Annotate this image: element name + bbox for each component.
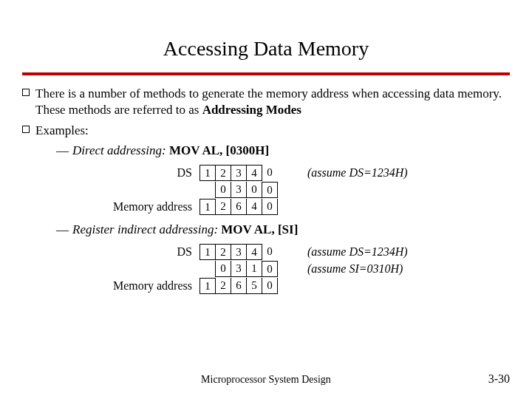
cell: 2: [215, 199, 231, 215]
cell: 1: [200, 199, 216, 215]
cell: [200, 261, 216, 277]
cell: 4: [246, 199, 262, 215]
cell: 0: [262, 278, 278, 294]
cell: 6: [231, 278, 247, 294]
cell: 0: [262, 261, 278, 277]
term-addressing-modes: Addressing Modes: [202, 103, 301, 117]
footer-text: Microprocessor System Design: [0, 374, 532, 386]
cell: 1: [200, 244, 216, 260]
cell: 0: [262, 244, 278, 260]
cell: 3: [231, 244, 247, 260]
cell: 2: [215, 244, 231, 260]
slide-title: Accessing Data Memory: [22, 0, 510, 68]
cell: 0: [262, 182, 278, 198]
cell: 1: [200, 278, 216, 294]
cell: 5: [246, 278, 262, 294]
cell: 4: [246, 244, 262, 260]
assume-ds: (assume DS=1234H): [307, 166, 408, 180]
table-register-indirect: DS 1 2 3 4 0 (assume DS=1234H) 0 3 1 0 (…: [96, 243, 510, 294]
bullet-text: There is a number of methods to generate…: [35, 86, 510, 118]
row-label-mem: Memory address: [96, 279, 200, 293]
code-direct: MOV AL, [0300H]: [169, 143, 269, 157]
row-label-mem: Memory address: [96, 200, 200, 214]
bullet-text: Examples:: [35, 123, 89, 139]
cell: 3: [231, 182, 247, 198]
cell: 2: [215, 165, 231, 181]
assume-si: (assume SI=0310H): [307, 262, 403, 276]
bullet-addressing-modes: There is a number of methods to generate…: [22, 86, 510, 118]
cell: 0: [215, 261, 231, 277]
example-direct: — Direct addressing: MOV AL, [0300H]: [56, 143, 510, 158]
example-register-indirect: — Register indirect addressing: MOV AL, …: [56, 222, 510, 237]
cell: 0: [262, 199, 278, 215]
cell: 6: [231, 199, 247, 215]
row-label-ds: DS: [96, 166, 200, 180]
title-rule: [22, 72, 510, 75]
bullet-icon: [22, 126, 30, 133]
cell: 1: [200, 165, 216, 181]
cell: 3: [231, 261, 247, 277]
cell: [200, 182, 216, 198]
bullet-icon: [22, 89, 30, 96]
page-number: 3-30: [488, 372, 510, 386]
table-direct: DS 1 2 3 4 0 (assume DS=1234H) 0 3 0 0 M…: [96, 164, 510, 215]
cell: 1: [246, 261, 262, 277]
dash-icon: —: [56, 143, 72, 158]
cell: 2: [215, 278, 231, 294]
cell: 0: [262, 165, 278, 181]
cell: 3: [231, 165, 247, 181]
cell: 4: [246, 165, 262, 181]
assume-ds-2: (assume DS=1234H): [307, 245, 408, 259]
dash-icon: —: [56, 222, 72, 237]
row-label-ds: DS: [96, 245, 200, 259]
code-register-indirect: MOV AL, [SI]: [221, 222, 298, 236]
bullet-examples: Examples:: [22, 123, 510, 139]
cell: 0: [215, 182, 231, 198]
cell: 0: [246, 182, 262, 198]
